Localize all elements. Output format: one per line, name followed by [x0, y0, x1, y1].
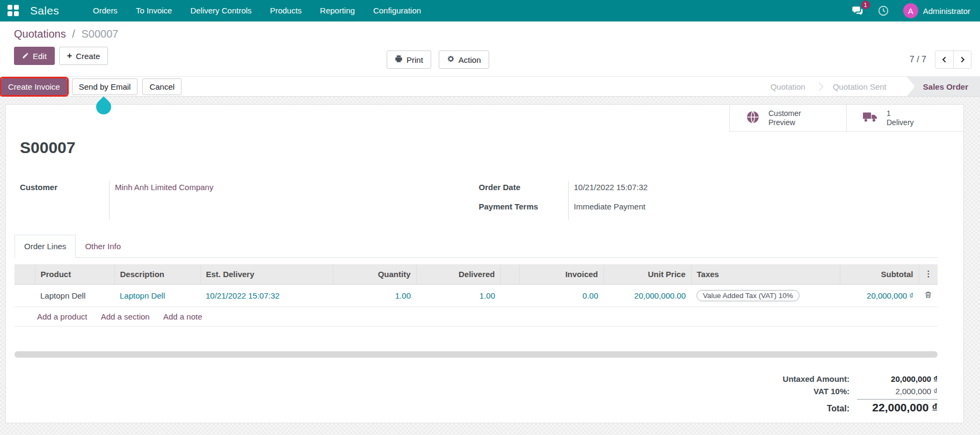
cell-est-delivery[interactable]: 10/21/2022 15:07:32	[200, 284, 333, 307]
col-taxes[interactable]: Taxes	[691, 264, 840, 284]
print-button[interactable]: Print	[387, 50, 431, 69]
state-quotation-sent[interactable]: Quotation Sent	[820, 82, 899, 91]
truck-icon	[863, 111, 878, 125]
create-invoice-button[interactable]: Create Invoice	[1, 78, 67, 95]
field-groups: Customer Minh Anh Limited Company Order …	[20, 181, 938, 220]
add-product-link[interactable]: Add a product	[37, 312, 87, 321]
nav-item-reporting[interactable]: Reporting	[311, 0, 364, 21]
message-count-badge: 1	[861, 1, 870, 9]
vat-row: VAT 10%: 2,000,000 ₫	[760, 385, 938, 397]
cell-unit-price[interactable]: 20,000,000.00	[604, 284, 691, 307]
cell-product[interactable]: Laptopn Dell	[35, 284, 114, 307]
state-quotation[interactable]: Quotation	[758, 82, 818, 91]
customer-preview-button[interactable]: Customer Preview	[729, 105, 846, 132]
pager: 7 / 7	[910, 50, 971, 69]
col-spacer	[500, 264, 519, 284]
print-button-label: Print	[406, 55, 423, 64]
optional-columns-icon[interactable]: ⋮	[919, 264, 938, 284]
app-brand[interactable]: Sales	[30, 4, 59, 17]
content-area: Customer Preview 1 Delivery S00007 Custo…	[0, 97, 980, 435]
breadcrumb-separator: /	[69, 28, 78, 40]
delivery-button[interactable]: 1 Delivery	[846, 105, 963, 132]
right-field-group: Order Date 10/21/2022 15:07:32 Payment T…	[479, 181, 938, 220]
row-handle-cell	[14, 284, 35, 307]
col-description[interactable]: Description	[114, 264, 200, 284]
edit-button[interactable]: Edit	[14, 47, 55, 65]
cell-delivered[interactable]: 1.00	[416, 284, 500, 307]
state-sales-order[interactable]: Sales Order	[907, 77, 980, 96]
send-by-email-button[interactable]: Send by Email	[72, 78, 138, 95]
totals-block: Untaxed Amount: 20,000,000 ₫ VAT 10%: 2,…	[760, 373, 938, 416]
nav-item-products[interactable]: Products	[261, 0, 311, 21]
untaxed-amount-label: Untaxed Amount:	[760, 374, 857, 383]
create-button[interactable]: + Create	[59, 47, 108, 65]
add-note-link[interactable]: Add a note	[163, 312, 202, 321]
nav-item-to-invoice[interactable]: To Invoice	[127, 0, 182, 21]
control-panel: Quotations / S00007 Edit + Create Print …	[0, 21, 980, 76]
add-links-row: Add a product Add a section Add a note	[14, 307, 938, 326]
top-navbar: Sales Orders To Invoice Delivery Control…	[0, 0, 980, 21]
table-horizontal-scrollbar[interactable]	[14, 351, 938, 358]
trash-icon	[924, 292, 932, 301]
left-field-group: Customer Minh Anh Limited Company	[20, 181, 479, 220]
cell-taxes[interactable]: Value Added Tax (VAT) 10%	[691, 284, 840, 307]
order-date-value: 10/21/2022 15:07:32	[568, 181, 938, 200]
customer-link[interactable]: Minh Anh Limited Company	[115, 183, 213, 192]
handle-column-header	[14, 264, 35, 284]
action-button[interactable]: Action	[439, 50, 489, 69]
nav-item-orders[interactable]: Orders	[84, 0, 127, 21]
pager-value: 7 / 7	[910, 55, 926, 64]
pager-previous-button[interactable]	[935, 51, 953, 68]
pager-nav	[935, 50, 971, 69]
tab-order-lines[interactable]: Order Lines	[14, 235, 76, 258]
form-statusbar: Create Invoice Send by Email Cancel Quot…	[0, 76, 980, 97]
print-action-buttons: Print Action	[387, 50, 489, 69]
tax-tag[interactable]: Value Added Tax (VAT) 10%	[696, 290, 800, 301]
col-quantity[interactable]: Quantity	[333, 264, 416, 284]
form-sheet: Customer Preview 1 Delivery S00007 Custo…	[5, 104, 964, 423]
systray: 1 A Administrator	[852, 3, 970, 18]
pencil-icon	[22, 52, 29, 61]
cell-invoiced[interactable]: 0.00	[519, 284, 604, 307]
payment-terms-value: Immediate Payment	[568, 200, 938, 220]
notebook-tabs: Order Lines Other Info	[14, 235, 938, 258]
tab-other-info[interactable]: Other Info	[76, 235, 130, 257]
cell-description[interactable]: Laptopn Dell	[114, 284, 200, 307]
add-section-link[interactable]: Add a section	[101, 312, 150, 321]
total-row: Total: 22,000,000 ₫	[760, 400, 938, 416]
col-invoiced[interactable]: Invoiced	[519, 264, 604, 284]
cell-subtotal[interactable]: 20,000,000 ₫	[840, 284, 919, 307]
order-lines-table: Product Description Est. Delivery Quanti…	[14, 264, 938, 327]
col-subtotal[interactable]: Subtotal	[840, 264, 919, 284]
col-delivered[interactable]: Delivered	[416, 264, 500, 284]
cell-quantity[interactable]: 1.00	[333, 284, 416, 307]
order-date-label: Order Date	[479, 181, 568, 200]
delivery-stat: 1 Delivery	[887, 109, 914, 127]
col-unit-price[interactable]: Unit Price	[604, 264, 691, 284]
messages-icon[interactable]: 1	[852, 5, 863, 17]
untaxed-amount-row: Untaxed Amount: 20,000,000 ₫	[760, 373, 938, 385]
col-est-delivery[interactable]: Est. Delivery	[200, 264, 333, 284]
create-button-label: Create	[76, 52, 100, 61]
breadcrumb-quotations-link[interactable]: Quotations	[14, 28, 66, 40]
user-menu[interactable]: A Administrator	[903, 3, 970, 18]
vat-label: VAT 10%:	[760, 387, 857, 396]
vat-value: 2,000,000 ₫	[857, 387, 938, 396]
nav-item-delivery-controls[interactable]: Delivery Controls	[181, 0, 260, 21]
apps-menu-icon[interactable]	[8, 5, 19, 17]
printer-icon	[395, 55, 403, 64]
col-product[interactable]: Product	[35, 264, 114, 284]
activities-clock-icon[interactable]	[877, 5, 889, 17]
action-button-label: Action	[459, 55, 481, 64]
sales-order-form-page: Sales Orders To Invoice Delivery Control…	[0, 0, 980, 435]
order-line-row[interactable]: Laptopn Dell Laptopn Dell 10/21/2022 15:…	[14, 284, 938, 307]
table-header-row: Product Description Est. Delivery Quanti…	[14, 264, 938, 284]
delete-line-button[interactable]	[919, 284, 938, 307]
plus-icon: +	[67, 52, 72, 60]
user-name: Administrator	[923, 6, 970, 16]
pager-next-button[interactable]	[953, 51, 971, 68]
customer-field-row: Customer Minh Anh Limited Company	[20, 181, 479, 220]
cancel-button[interactable]: Cancel	[142, 78, 182, 95]
customer-value-cell: Minh Anh Limited Company	[109, 181, 479, 220]
nav-item-configuration[interactable]: Configuration	[364, 0, 430, 21]
